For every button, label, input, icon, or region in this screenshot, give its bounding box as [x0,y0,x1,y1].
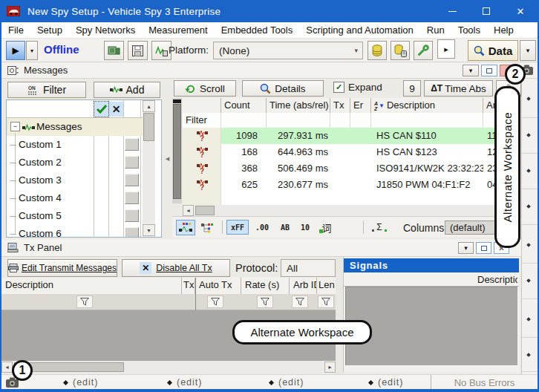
messages-pane-menu-button[interactable]: ▾ [463,65,479,76]
tree-row-messages[interactable]: − Messages [7,118,143,136]
tree-row-custom3[interactable]: Custom 3 [7,172,143,189]
filter-funnel-button[interactable] [76,295,93,308]
hex-format-button[interactable]: xFF [226,220,249,235]
totals-sigma-button[interactable]: Σ [370,220,389,235]
network-view-button[interactable] [176,220,195,235]
status-edit-link[interactable]: (edit) [378,377,403,388]
column-header-er[interactable]: Er [350,98,371,113]
show-panel-button[interactable]: ▸ [437,39,455,59]
scroll-mode-button[interactable]: Scroll [174,80,236,97]
messages-grid-hscrollbar[interactable]: ◂ ▸ [183,205,520,216]
base-9-button[interactable]: 9 [403,80,421,97]
add-message-button[interactable]: Add [94,82,160,98]
menu-file[interactable]: File [1,24,30,36]
scrollbar-thumb[interactable] [143,113,154,141]
column-header-icon[interactable] [183,98,221,113]
tree-view-button[interactable] [198,220,218,235]
database-device-button[interactable] [391,41,410,60]
scroll-left-button[interactable]: ◂ [183,205,194,216]
data-view-button[interactable]: Data [468,40,518,61]
scroll-right-button[interactable]: ▸ [324,362,336,373]
scroll-down-button[interactable]: ▾ [143,224,155,236]
tree-row-option-button[interactable] [125,192,139,204]
data-dropdown-button[interactable]: ▾ [520,40,536,61]
messages-grid-vscrollbar[interactable] [172,98,182,203]
tree-row-option-button[interactable] [125,156,139,169]
alternate-workspace-tab-strip[interactable] [521,79,538,389]
menu-measurement[interactable]: Measurement [142,24,214,36]
menu-scripting-automation[interactable]: Scripting and Automation [299,24,420,36]
tree-row-option-button[interactable] [125,138,139,151]
tree-row-custom4[interactable]: Custom 4 [7,189,143,207]
messages-pane-restore-button[interactable] [481,65,497,76]
select-all-checkbox[interactable] [94,102,108,117]
maximize-button[interactable] [469,0,503,22]
deselect-all-button[interactable]: ✕ [109,102,123,117]
run-dropdown-button[interactable]: ▾ [26,41,38,60]
tx-hscrollbar[interactable]: ◂ ▸ [1,362,336,373]
binary-format-button[interactable]: 10 [297,221,313,233]
tx-pane-menu-button[interactable]: ▾ [458,242,474,254]
filter-toggle-button[interactable]: ON Filter [7,82,86,98]
time-abs-button[interactable]: ΔT Time Abs [424,80,493,97]
ecu-tool-button[interactable] [104,41,124,60]
tx-column-auto-tx[interactable]: Auto Tx [195,278,241,294]
ascii-format-button[interactable]: AB [276,221,294,233]
tx-pane-restore-button[interactable] [476,242,491,254]
message-row[interactable]: ? 625 230.677 ms J1850 PWM 04:F1:F2 04 F [183,177,520,193]
filter-funnel-button[interactable] [257,295,273,308]
tree-row-custom5[interactable]: Custom 5 [7,207,143,225]
signals-column-header[interactable]: Description [344,272,519,287]
columns-preset-select[interactable]: (default) [445,220,498,235]
menu-embedded-tools[interactable]: Embedded Tools [215,24,300,36]
interpret-message-button[interactable]: 词 [318,220,336,235]
scroll-left-button[interactable]: ◂ [1,362,13,373]
tx-column-len[interactable]: Len [317,278,336,294]
menu-help[interactable]: Help [487,24,520,36]
tx-column-description[interactable]: Description [1,278,182,294]
tree-row-custom1[interactable]: Custom 1 [7,136,143,154]
menu-spy-networks[interactable]: Spy Networks [69,24,142,36]
tree-scrollbar[interactable]: ▴ ▾ [143,100,155,237]
scrollbar-thumb[interactable] [173,104,181,199]
status-edit-link[interactable]: (edit) [278,377,304,388]
edit-transmit-messages-button[interactable]: Edit Transmit Messages [7,259,117,277]
status-edit-link[interactable]: (edit) [73,377,98,388]
scrollbar-thumb[interactable] [195,206,215,215]
column-header-time[interactable]: Time (abs/rel) [267,98,330,113]
status-edit-link[interactable]: (edit) [177,377,202,388]
menu-run[interactable]: Run [420,24,451,36]
message-row[interactable]: ? 1098 297.931 ms HS CAN $110 110 [183,128,520,144]
tree-row-option-button[interactable] [125,227,139,238]
checkbox-checked-icon[interactable]: ✓ [333,82,344,93]
filter-funnel-button[interactable] [207,295,223,308]
database-button[interactable] [368,41,387,60]
tx-column-arb-id[interactable]: Arb ID [290,278,317,294]
menu-tools[interactable]: Tools [451,24,487,36]
details-mode-button[interactable]: Details [242,80,324,97]
expand-checkbox-group[interactable]: ✓ Expand [333,82,382,93]
tree-row-custom6[interactable]: Custom 6 [7,225,143,238]
collapse-icon[interactable]: − [10,122,20,131]
message-row[interactable]: ? 168 644.963 ms HS CAN $123 123 [183,144,520,160]
message-row[interactable]: ? 368 506.469 ms ISO9141/KW2K 23:32:23 2… [183,160,520,177]
scroll-up-button[interactable]: ▴ [143,100,155,112]
platform-select[interactable]: (None) ▾ [213,42,363,59]
save-button[interactable] [128,41,148,60]
menu-setup[interactable]: Setup [30,24,69,36]
tree-row-option-button[interactable] [125,174,139,186]
minimize-button[interactable] [435,0,469,22]
column-header-description[interactable]: AZ▼Description [371,98,483,113]
tx-column-tx[interactable]: Tx [182,278,195,294]
column-header-count[interactable]: Count [221,98,267,113]
panel-splitter-collapse[interactable]: ◂ [163,148,172,168]
protocol-select[interactable]: All [281,259,336,277]
column-header-tx[interactable]: Tx [330,98,350,113]
tx-column-rate[interactable]: Rate (s) [241,278,290,294]
decimal-format-button[interactable]: .00 [252,221,272,233]
tree-row-option-button[interactable] [125,209,139,222]
tools-wrench-button[interactable] [414,41,433,60]
run-play-button[interactable]: ▶ [6,41,25,60]
tree-row-custom2[interactable]: Custom 2 [7,154,143,172]
disable-all-tx-button[interactable]: ✕ Disable All Tx [122,259,230,277]
